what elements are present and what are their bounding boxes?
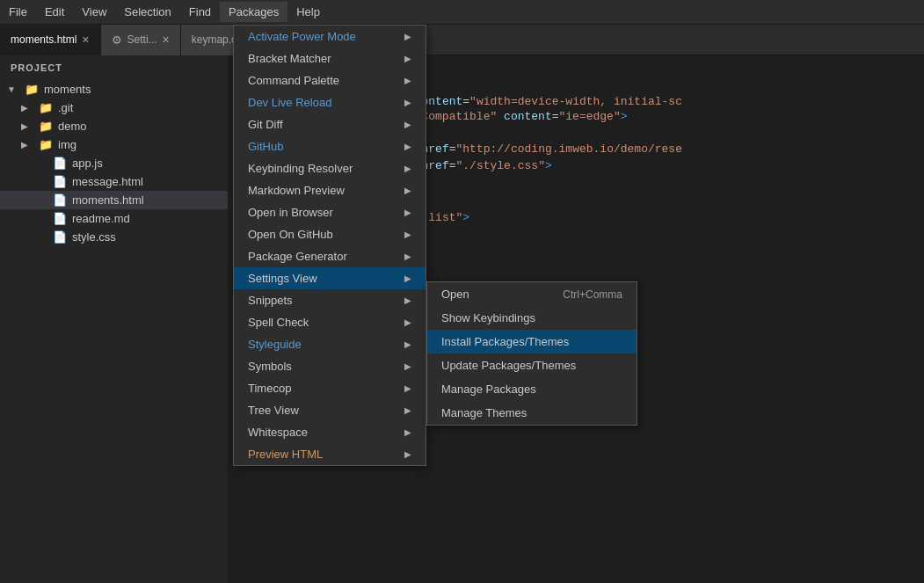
menu-item-label: Open On GitHub [248, 228, 333, 241]
chevron-down-icon: ▼ [7, 84, 19, 94]
menu-item-keybinding-resolver[interactable]: Keybinding Resolver ▶ [234, 157, 426, 179]
submenu-arrow-icon: ▶ [404, 405, 411, 415]
submenu-item-update-packages[interactable]: Update Packages/Themes [427, 353, 637, 377]
tab-settings[interactable]: ⚙ Setti... × [101, 25, 181, 55]
menu-item-bracket-matcher[interactable]: Bracket Matcher ▶ [234, 47, 426, 69]
submenu-arrow-icon: ▶ [404, 427, 411, 437]
menu-find[interactable]: Find [180, 2, 220, 22]
menu-item-symbols[interactable]: Symbols ▶ [234, 355, 426, 377]
submenu-item-label: Manage Themes [441, 406, 527, 419]
folder-icon: 📁 [25, 83, 39, 96]
settings-submenu: Open Ctrl+Comma Show Keybindings Install… [426, 281, 637, 426]
menu-item-label: Activate Power Mode [248, 30, 356, 43]
menu-item-label: Whitespace [248, 426, 308, 439]
shortcut-label: Ctrl+Comma [563, 288, 622, 301]
menu-item-styleguide[interactable]: Styleguide ▶ [234, 333, 426, 355]
submenu-arrow-icon: ▶ [404, 449, 411, 459]
menu-item-markdown-preview[interactable]: Markdown Preview ▶ [234, 179, 426, 201]
sidebar-item-label: img [58, 138, 76, 151]
menu-item-spell-check[interactable]: Spell Check ▶ [234, 311, 426, 333]
tab-close-icon[interactable]: × [163, 33, 170, 47]
menu-item-snippets[interactable]: Snippets ▶ [234, 289, 426, 311]
sidebar-item-label: moments.html [72, 193, 144, 207]
submenu-item-label: Manage Packages [441, 383, 536, 396]
submenu-arrow-icon: ▶ [404, 339, 411, 349]
tab-label: moments.html [11, 33, 76, 46]
menu-view[interactable]: View [73, 2, 115, 22]
menu-bar: File Edit View Selection Find Packages H… [0, 0, 924, 25]
menu-item-github[interactable]: GitHub ▶ [234, 135, 426, 157]
sidebar-title: Project [0, 55, 228, 80]
sidebar-item-demo[interactable]: ▶ 📁 demo [0, 117, 228, 135]
packages-menu: Activate Power Mode ▶ Bracket Matcher ▶ … [233, 25, 426, 466]
submenu-item-label: Update Packages/Themes [441, 359, 576, 372]
sidebar-item-label: message.html [72, 175, 143, 188]
menu-packages[interactable]: Packages [220, 2, 287, 22]
submenu-item-install-packages[interactable]: Install Packages/Themes [427, 330, 637, 353]
menu-item-settings-view[interactable]: Settings View ▶ [234, 267, 426, 289]
sidebar-item-moments-html[interactable]: ▶ 📄 moments.html [0, 191, 228, 209]
sidebar-item-label: demo [58, 120, 87, 133]
submenu-arrow-icon: ▶ [404, 120, 411, 129]
submenu-arrow-icon: ▶ [404, 54, 411, 63]
submenu-arrow-icon: ▶ [404, 32, 411, 41]
submenu-arrow-icon: ▶ [404, 383, 411, 393]
sidebar-item-style-css[interactable]: ▶ 📄 style.css [0, 228, 228, 246]
sidebar: Project ▼ 📁 moments ▶ 📁 .git ▶ 📁 demo ▶ … [0, 55, 229, 583]
menu-edit[interactable]: Edit [36, 2, 73, 22]
menu-item-preview-html[interactable]: Preview HTML ▶ [234, 443, 426, 465]
file-icon: 📄 [53, 157, 67, 170]
submenu-arrow-icon: ▶ [404, 230, 411, 239]
menu-item-label: Keybinding Resolver [248, 162, 353, 175]
sidebar-item-label: moments [44, 83, 91, 96]
tab-close-icon[interactable]: × [82, 33, 89, 47]
menu-item-label: Dev Live Reload [248, 96, 331, 109]
file-icon: 📄 [53, 212, 67, 225]
submenu-arrow-icon: ▶ [404, 208, 411, 217]
sidebar-item-git[interactable]: ▶ 📁 .git [0, 98, 228, 117]
menu-item-label: Open in Browser [248, 206, 333, 219]
sidebar-item-moments[interactable]: ▼ 📁 moments [0, 80, 228, 98]
menu-item-label: Markdown Preview [248, 184, 345, 197]
menu-item-dev-live-reload[interactable]: Dev Live Reload ▶ [234, 91, 426, 113]
menu-item-tree-view[interactable]: Tree View ▶ [234, 399, 426, 421]
menu-item-label: Timecop [248, 382, 291, 395]
menu-selection[interactable]: Selection [115, 2, 179, 22]
submenu-arrow-icon: ▶ [404, 142, 411, 151]
menu-item-whitespace[interactable]: Whitespace ▶ [234, 421, 426, 443]
menu-item-label: Symbols [248, 360, 292, 373]
menu-item-open-on-github[interactable]: Open On GitHub ▶ [234, 223, 426, 245]
submenu-item-show-keybindings[interactable]: Show Keybindings [427, 306, 637, 330]
submenu-item-manage-themes[interactable]: Manage Themes [427, 401, 637, 425]
sidebar-item-readme[interactable]: ▶ 📄 readme.md [0, 209, 228, 228]
sidebar-item-label: readme.md [72, 212, 130, 225]
folder-icon: 📁 [39, 120, 53, 133]
submenu-arrow-icon: ▶ [404, 295, 411, 305]
sidebar-item-app-js[interactable]: ▶ 📄 app.js [0, 154, 228, 172]
menu-item-label: Command Palette [248, 74, 339, 87]
submenu-arrow-icon: ▶ [404, 317, 411, 327]
sidebar-item-img[interactable]: ▶ 📁 img [0, 135, 228, 154]
menu-file[interactable]: File [0, 2, 36, 22]
menu-item-label: Spell Check [248, 316, 309, 329]
sidebar-item-label: app.js [72, 157, 103, 170]
submenu-arrow-icon: ▶ [404, 273, 411, 283]
menu-item-package-generator[interactable]: Package Generator ▶ [234, 245, 426, 267]
menu-item-command-palette[interactable]: Command Palette ▶ [234, 69, 426, 91]
tab-moments-html[interactable]: moments.html × [0, 25, 101, 55]
menu-item-open-in-browser[interactable]: Open in Browser ▶ [234, 201, 426, 223]
menu-item-label: Git Diff [248, 118, 283, 131]
submenu-item-manage-packages[interactable]: Manage Packages [427, 377, 637, 401]
menu-help[interactable]: Help [287, 2, 329, 22]
folder-icon: 📁 [39, 138, 53, 151]
chevron-right-icon: ▶ [21, 140, 33, 149]
sidebar-item-message-html[interactable]: ▶ 📄 message.html [0, 172, 228, 191]
menu-item-git-diff[interactable]: Git Diff ▶ [234, 113, 426, 135]
menu-item-activate-power-mode[interactable]: Activate Power Mode ▶ [234, 26, 426, 47]
submenu-item-open[interactable]: Open Ctrl+Comma [427, 282, 637, 306]
sidebar-item-label: .git [58, 101, 73, 114]
menu-item-label: Snippets [248, 294, 293, 307]
file-icon: 📄 [53, 175, 67, 188]
menu-item-label: Tree View [248, 404, 299, 417]
menu-item-timecop[interactable]: Timecop ▶ [234, 377, 426, 399]
